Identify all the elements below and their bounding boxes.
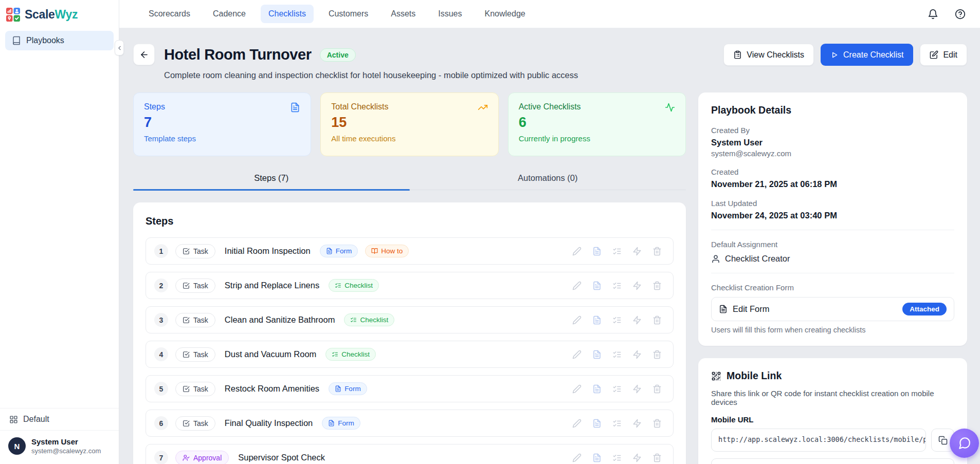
step-actions	[572, 419, 665, 428]
create-checklist-button[interactable]: Create Checklist	[821, 44, 913, 66]
list-checks-action-button[interactable]	[612, 419, 622, 428]
sidebar-collapse-button[interactable]	[115, 40, 124, 55]
assignment-value: Checklist Creator	[725, 254, 790, 264]
trending-up-icon	[478, 102, 488, 113]
file-text-action-button[interactable]	[592, 419, 602, 428]
step-badge-form: Form	[320, 245, 358, 257]
user-email: system@scalewyz.com	[31, 447, 101, 455]
list-checks-action-button[interactable]	[612, 281, 622, 290]
pencil-action-button[interactable]	[572, 315, 582, 325]
sidebar-item-playbooks[interactable]: Playbooks	[5, 31, 114, 50]
check-square-icon	[183, 317, 190, 324]
step-actions	[572, 247, 665, 256]
trash-action-button[interactable]	[652, 384, 662, 394]
brand-logo[interactable]: ScaleWyz	[0, 0, 119, 28]
edit-form-button[interactable]: Edit Form Attached	[711, 297, 954, 321]
list-checks-icon	[335, 282, 341, 289]
chat-widget-button[interactable]	[950, 429, 979, 458]
trash-action-button[interactable]	[652, 350, 662, 359]
mobile-link-title: Mobile Link	[727, 370, 782, 382]
tab-automations-0[interactable]: Automations (0)	[410, 168, 686, 190]
book-icon	[12, 36, 21, 45]
zap-action-button[interactable]	[632, 315, 642, 325]
step-title: Dust and Vacuum Room	[225, 349, 317, 359]
trash-action-button[interactable]	[652, 419, 662, 428]
form-note: Users will fill this form when creating …	[711, 326, 954, 334]
trash-action-button[interactable]	[652, 247, 662, 256]
user-icon	[711, 254, 720, 264]
file-text-action-button[interactable]	[592, 350, 602, 359]
nav-item-scorecards[interactable]: Scorecards	[141, 5, 198, 23]
created-by-email: system@scalewyz.com	[711, 149, 954, 158]
trash-action-button[interactable]	[652, 315, 662, 325]
file-text-icon	[326, 248, 333, 254]
pencil-action-button[interactable]	[572, 419, 582, 428]
sidebar-bottom: Default N System User system@scalewyz.co…	[0, 408, 119, 464]
step-row: 4TaskDust and Vacuum RoomChecklist	[146, 341, 674, 368]
file-text-action-button[interactable]	[592, 281, 602, 290]
nav-item-customers[interactable]: Customers	[321, 5, 376, 23]
pencil-action-button[interactable]	[572, 247, 582, 256]
nav-item-issues[interactable]: Issues	[430, 5, 469, 23]
list-checks-action-button[interactable]	[612, 247, 622, 256]
check-square-icon	[183, 385, 190, 393]
mobile-link-panel: Mobile Link Share this link or QR code f…	[698, 358, 967, 464]
trash-action-button[interactable]	[652, 281, 662, 290]
step-title: Strip and Replace Linens	[225, 281, 319, 290]
step-type-badge: Task	[175, 347, 215, 362]
creation-form-label: Checklist Creation Form	[711, 283, 954, 292]
chat-bubble-icon	[958, 437, 971, 450]
stat-caption: All time executions	[331, 134, 487, 143]
created-label: Created	[711, 168, 954, 176]
edit-icon	[930, 50, 938, 59]
check-square-icon	[183, 420, 190, 427]
list-checks-action-button[interactable]	[612, 453, 622, 462]
workspace-selector[interactable]: Default	[0, 408, 119, 430]
activity-icon	[665, 102, 675, 113]
nav-item-knowledge[interactable]: Knowledge	[477, 5, 533, 23]
zap-action-button[interactable]	[632, 281, 642, 290]
tab-steps-7[interactable]: Steps (7)	[133, 168, 410, 190]
file-text-icon	[335, 385, 341, 392]
playbook-details-panel: Playbook Details Created By System User …	[698, 92, 967, 346]
list-checks-action-button[interactable]	[612, 315, 622, 325]
pencil-action-button[interactable]	[572, 350, 582, 359]
list-checks-action-button[interactable]	[612, 350, 622, 359]
steps-heading: Steps	[146, 215, 674, 227]
back-button[interactable]	[133, 44, 155, 65]
pencil-action-button[interactable]	[572, 384, 582, 394]
step-title: Supervisor Spot Check	[238, 453, 325, 462]
updated-label: Last Updated	[711, 199, 954, 208]
check-square-icon	[183, 351, 190, 358]
tabs: Steps (7)Automations (0)	[133, 168, 686, 190]
stat-caption: Currently in progress	[519, 134, 675, 143]
file-text-action-button[interactable]	[592, 315, 602, 325]
user-menu[interactable]: N System User system@scalewyz.com	[0, 430, 119, 464]
zap-action-button[interactable]	[632, 384, 642, 394]
view-checklists-button[interactable]: View Checklists	[723, 44, 814, 66]
zap-action-button[interactable]	[632, 419, 642, 428]
stat-card-active-checklists: Active Checklists6Currently in progress	[508, 92, 686, 156]
help-button[interactable]	[955, 9, 966, 20]
file-text-action-button[interactable]	[592, 384, 602, 394]
notifications-button[interactable]	[928, 9, 938, 20]
nav-item-checklists[interactable]: Checklists	[261, 5, 314, 23]
trash-action-button[interactable]	[652, 453, 662, 462]
brand-grid-icon	[6, 8, 20, 22]
pencil-action-button[interactable]	[572, 281, 582, 290]
list-checks-action-button[interactable]	[612, 384, 622, 394]
file-text-action-button[interactable]	[592, 247, 602, 256]
pencil-action-button[interactable]	[572, 453, 582, 462]
step-badge-form: Form	[329, 382, 367, 395]
edit-button[interactable]: Edit	[920, 44, 967, 66]
zap-action-button[interactable]	[632, 453, 642, 462]
nav-item-cadence[interactable]: Cadence	[205, 5, 253, 23]
status-badge: Active	[320, 48, 356, 62]
zap-action-button[interactable]	[632, 247, 642, 256]
file-text-action-button[interactable]	[592, 453, 602, 462]
nav-item-assets[interactable]: Assets	[383, 5, 423, 23]
mobile-url-input[interactable]: http://app.scalewyz.local:3006/checklist…	[711, 429, 926, 452]
generate-qr-button[interactable]: Generate QR Code	[711, 458, 954, 464]
zap-action-button[interactable]	[632, 350, 642, 359]
stat-label: Total Checklists	[331, 102, 388, 112]
